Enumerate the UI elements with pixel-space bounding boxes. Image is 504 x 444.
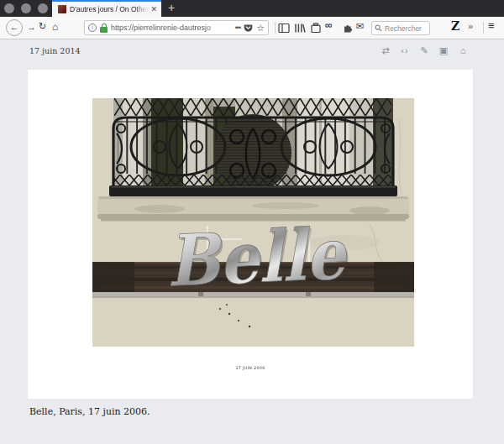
zotero-icon[interactable]: Z xyxy=(451,19,459,33)
tab-close-icon[interactable]: ✕ xyxy=(150,5,157,13)
balcony-photo-illustration: Belle Belle xyxy=(92,98,414,347)
post-footer-text: Belle, Paris, 17 juin 2006. xyxy=(29,406,150,417)
new-tab-button[interactable]: + xyxy=(168,1,175,14)
clipboard-icon[interactable] xyxy=(310,22,322,37)
url-text[interactable]: https://pierrelinrenie-dautresjo xyxy=(111,24,232,32)
page-actions-icon[interactable]: ••• xyxy=(235,24,240,32)
site-info-icon[interactable]: i xyxy=(88,24,97,32)
code-icon[interactable]: ‹› xyxy=(397,45,412,55)
zoom-window-button[interactable] xyxy=(38,3,48,13)
address-bar[interactable]: i https://pierrelinrenie-dautresjo ••• ☆ xyxy=(84,20,269,35)
post-panel: Belle Belle 17 JUIN 2006 xyxy=(28,70,473,399)
infinity-glasses-icon[interactable]: ∞ xyxy=(325,19,333,31)
balcony-railing xyxy=(109,98,397,196)
site-favicon-icon xyxy=(58,5,66,13)
post-date: 17 juin 2014 xyxy=(29,46,81,55)
belle-sign-text: Belle xyxy=(165,212,349,302)
forward-button[interactable]: → xyxy=(27,22,36,32)
minimize-window-button[interactable] xyxy=(21,3,31,13)
home-button[interactable]: ⌂ xyxy=(52,21,58,33)
lock-icon[interactable] xyxy=(100,27,108,33)
navigation-toolbar: ← → ↻ ⌂ i https://pierrelinrenie-dautres… xyxy=(0,17,504,39)
archive-icon[interactable]: ▣ xyxy=(436,45,451,56)
bookmark-star-icon[interactable]: ☆ xyxy=(256,24,265,32)
browser-tab[interactable]: D'autres jours / On Other Days ✕ xyxy=(52,0,161,17)
sidebar-icon[interactable] xyxy=(278,22,290,37)
browser-window: D'autres jours / On Other Days ✕ + ← → ↻… xyxy=(0,0,504,444)
blog-home-icon[interactable]: ⌂ xyxy=(455,45,470,55)
tab-title: D'autres jours / On Other Days xyxy=(70,5,149,13)
overflow-chevron-icon[interactable]: » xyxy=(468,21,473,31)
hamburger-menu-icon[interactable]: ≡ xyxy=(488,19,495,32)
edit-pencil-icon[interactable]: ✎ xyxy=(417,45,432,56)
pocket-icon[interactable] xyxy=(244,24,253,33)
titlebar: D'autres jours / On Other Days ✕ + xyxy=(0,0,504,17)
page-content: 17 juin 2014 ⇄ ‹› ✎ ▣ ⌂ xyxy=(0,39,504,444)
mail-icon[interactable]: ✉ xyxy=(356,21,364,32)
search-input[interactable] xyxy=(385,24,427,33)
toolbar-separator xyxy=(275,22,276,34)
toolbar-separator xyxy=(483,22,484,34)
back-button[interactable]: ← xyxy=(6,19,23,36)
search-bar[interactable] xyxy=(371,21,430,35)
puzzle-extension-icon[interactable] xyxy=(342,22,354,37)
reload-button[interactable]: ↻ xyxy=(39,21,46,32)
close-window-button[interactable] xyxy=(4,3,14,13)
library-icon[interactable] xyxy=(294,22,306,37)
search-icon xyxy=(375,24,382,32)
photo-caption: 17 JUIN 2006 xyxy=(72,365,428,370)
random-post-icon[interactable]: ⇄ xyxy=(378,45,393,56)
post-photo[interactable]: Belle Belle xyxy=(92,98,414,347)
